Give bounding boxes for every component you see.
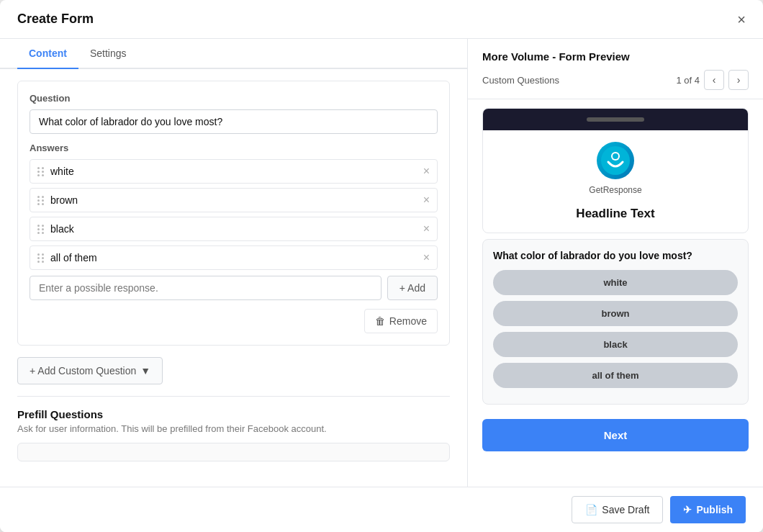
preview-answer-pill[interactable]: all of them bbox=[493, 363, 738, 388]
logo-circle bbox=[597, 142, 634, 179]
section-divider bbox=[17, 396, 450, 397]
tabs-bar: Content Settings bbox=[0, 39, 467, 69]
preview-headline: Headline Text bbox=[483, 207, 748, 233]
drag-handle-icon bbox=[37, 225, 45, 234]
add-custom-question-button[interactable]: + Add Custom Question ▼ bbox=[17, 357, 163, 384]
drag-handle-icon bbox=[37, 196, 45, 205]
answer-row: all of them × bbox=[30, 245, 438, 270]
next-button[interactable]: Next bbox=[482, 419, 749, 451]
answer-row: brown × bbox=[30, 188, 438, 212]
preview-answer-pill[interactable]: black bbox=[493, 332, 738, 357]
preview-answer-pill[interactable]: brown bbox=[493, 301, 738, 326]
form-preview-card: GetResponse Headline Text bbox=[482, 108, 749, 233]
create-form-modal: Create Form × Content Settings Question … bbox=[0, 0, 763, 532]
answer-text: brown bbox=[50, 194, 423, 206]
right-panel: More Volume - Form Preview Custom Questi… bbox=[468, 39, 763, 487]
prefill-description: Ask for user information. This will be p… bbox=[17, 423, 450, 434]
answer-row: black × bbox=[30, 217, 438, 241]
answer-row: white × bbox=[30, 159, 438, 184]
left-panel: Content Settings Question Answers bbox=[0, 39, 468, 487]
prev-page-button[interactable]: ‹ bbox=[704, 70, 724, 90]
answers-label: Answers bbox=[30, 143, 438, 153]
prefill-heading: Prefill Questions bbox=[17, 408, 450, 420]
question-form-section: Question Answers white × bbox=[17, 81, 450, 346]
add-answer-input[interactable] bbox=[30, 276, 382, 300]
header-bar bbox=[587, 117, 644, 122]
remove-answer-button[interactable]: × bbox=[423, 166, 430, 177]
add-answer-button[interactable]: + Add bbox=[387, 276, 438, 300]
tab-content[interactable]: Content bbox=[17, 39, 78, 69]
svg-point-2 bbox=[613, 153, 618, 159]
page-indicator: 1 of 4 bbox=[676, 75, 700, 86]
preview-answer-pill[interactable]: white bbox=[493, 270, 738, 295]
modal-header: Create Form × bbox=[0, 0, 763, 39]
nav-controls: 1 of 4 ‹ › bbox=[676, 70, 749, 90]
prefill-section: Prefill Questions Ask for user informati… bbox=[17, 408, 450, 461]
publish-icon: ✈ bbox=[683, 504, 692, 515]
close-button[interactable]: × bbox=[737, 12, 746, 27]
question-label: Question bbox=[30, 93, 438, 104]
drag-handle-icon bbox=[37, 167, 45, 176]
form-card-header bbox=[483, 109, 748, 130]
question-input[interactable] bbox=[30, 109, 438, 134]
brand-name: GetResponse bbox=[589, 185, 641, 195]
preview-nav: Custom Questions 1 of 4 ‹ › bbox=[482, 70, 749, 90]
preview-title: More Volume - Form Preview bbox=[482, 50, 749, 63]
save-icon: 📄 bbox=[585, 504, 597, 515]
modal-title: Create Form bbox=[17, 12, 94, 27]
drag-handle-icon bbox=[37, 253, 45, 263]
modal-body: Content Settings Question Answers bbox=[0, 39, 763, 487]
logo-area: GetResponse bbox=[483, 130, 748, 207]
custom-questions-label: Custom Questions bbox=[482, 75, 559, 86]
next-page-button[interactable]: › bbox=[728, 70, 749, 90]
tab-settings[interactable]: Settings bbox=[78, 39, 138, 69]
remove-answer-button[interactable]: × bbox=[423, 252, 430, 263]
remove-question-button[interactable]: 🗑 Remove bbox=[364, 309, 438, 333]
remove-answer-button[interactable]: × bbox=[423, 223, 430, 235]
modal-footer: 📄 Save Draft ✈ Publish bbox=[0, 487, 763, 532]
trash-icon: 🗑 bbox=[375, 315, 385, 327]
remove-section-row: 🗑 Remove bbox=[30, 309, 438, 333]
publish-button[interactable]: ✈ Publish bbox=[670, 496, 746, 523]
answer-text: black bbox=[50, 223, 423, 235]
preview-question-text: What color of labrador do you love most? bbox=[493, 250, 738, 261]
save-draft-button[interactable]: 📄 Save Draft bbox=[572, 496, 663, 523]
remove-answer-button[interactable]: × bbox=[423, 194, 430, 206]
dropdown-arrow-icon: ▼ bbox=[140, 365, 150, 377]
answer-text: white bbox=[50, 166, 423, 177]
preview-content: GetResponse Headline Text What color of … bbox=[468, 99, 763, 487]
add-answer-row: + Add bbox=[30, 276, 438, 300]
brand-logo-icon bbox=[601, 146, 630, 175]
prefill-box bbox=[17, 443, 450, 461]
left-content-area: Question Answers white × bbox=[0, 69, 467, 487]
preview-header: More Volume - Form Preview Custom Questi… bbox=[468, 39, 763, 99]
preview-question-card: What color of labrador do you love most?… bbox=[482, 239, 749, 405]
answer-text: all of them bbox=[50, 252, 423, 263]
